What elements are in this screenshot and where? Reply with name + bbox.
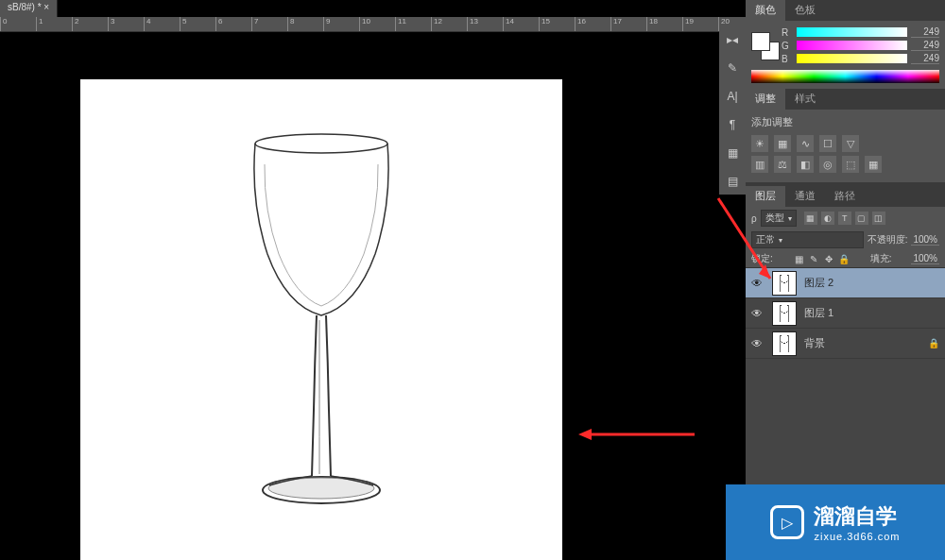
photo-filter-icon[interactable]: ◎	[819, 156, 836, 173]
ruler-tick: 1	[36, 17, 72, 31]
visibility-toggle-icon[interactable]: 👁	[751, 337, 765, 350]
filter-type-icon[interactable]: T	[838, 212, 851, 225]
ruler-tick: 12	[431, 17, 467, 31]
layer-thumbnail[interactable]	[772, 331, 797, 356]
opacity-label: 不透明度:	[868, 233, 908, 246]
tab-channels[interactable]: 通道	[785, 186, 825, 207]
layer-thumbnail[interactable]	[772, 301, 797, 326]
document-canvas[interactable]	[80, 79, 562, 560]
ruler-tick: 18	[646, 17, 682, 31]
ruler-tick: 2	[72, 17, 108, 31]
layer-name[interactable]: 图层 1	[804, 306, 833, 320]
ruler-tick: 5	[180, 17, 215, 31]
opacity-value[interactable]: 100%	[911, 234, 939, 246]
filter-adjust-icon[interactable]: ◐	[821, 212, 834, 225]
fill-value[interactable]: 100%	[911, 253, 939, 264]
svg-point-0	[255, 134, 387, 153]
r-slider[interactable]	[797, 27, 907, 37]
brush-icon[interactable]: ✎	[723, 59, 742, 77]
ruler-tick: 17	[610, 17, 646, 31]
filter-pixel-icon[interactable]: ▦	[804, 212, 817, 225]
adjustments-panel-tabs: 调整 样式	[746, 89, 945, 110]
fill-label: 填充:	[870, 252, 892, 265]
ruler-tick: 9	[323, 17, 359, 31]
color-panel-tabs: 颜色 色板	[746, 0, 945, 21]
levels-icon[interactable]: ▦	[774, 135, 791, 152]
wine-glass-image	[222, 117, 421, 523]
color-lookup-icon[interactable]: ▦	[865, 156, 882, 173]
ruler-tick: 4	[144, 17, 180, 31]
foreground-color-swatch[interactable]	[751, 32, 770, 51]
color-panel: R 249 G 249 B 249	[746, 21, 945, 89]
filter-smart-icon[interactable]: ◫	[872, 212, 885, 225]
visibility-toggle-icon[interactable]: 👁	[751, 307, 765, 320]
hue-sat-icon[interactable]: ▥	[751, 156, 768, 173]
exposure-icon[interactable]: ☐	[819, 135, 836, 152]
tab-swatches[interactable]: 色板	[785, 0, 825, 21]
history-icon[interactable]: ▸◂	[723, 30, 742, 49]
brightness-contrast-icon[interactable]: ☀	[751, 135, 768, 152]
lock-position-icon[interactable]: ✥	[823, 253, 835, 265]
g-label: G	[782, 41, 793, 51]
ruler-tick: 16	[575, 17, 610, 31]
channel-mixer-icon[interactable]: ⬚	[842, 156, 859, 173]
swatches-icon[interactable]: ▦	[723, 144, 742, 162]
g-value[interactable]: 249	[911, 40, 939, 51]
horizontal-ruler: 0 1 2 3 4 5 6 7 8 9 10 11 12 13 14 15 16…	[0, 17, 746, 32]
lock-pixels-icon[interactable]: ✎	[808, 253, 820, 265]
svg-line-3	[718, 198, 770, 279]
ruler-tick: 7	[251, 17, 287, 31]
layer-name[interactable]: 图层 2	[804, 276, 833, 290]
annotation-arrow-2	[576, 425, 699, 444]
document-tab[interactable]: sB/8#) * ×	[0, 0, 58, 17]
document-tab-bar: sB/8#) * ×	[0, 0, 58, 17]
ruler-tick: 6	[215, 17, 251, 31]
watermark-url: zixue.3d66.com	[814, 531, 900, 542]
tab-color[interactable]: 颜色	[746, 0, 785, 21]
collapsed-panel-dock: ▸◂ ✎ A| ¶ ▦ ▤	[719, 26, 746, 195]
tab-adjustments[interactable]: 调整	[746, 89, 785, 110]
ruler-tick: 15	[539, 17, 575, 31]
annotation-arrow-1	[713, 189, 780, 283]
svg-marker-6	[578, 429, 592, 440]
b-label: B	[782, 54, 793, 64]
bw-icon[interactable]: ◧	[797, 156, 814, 173]
svg-marker-4	[759, 264, 770, 279]
ruler-tick: 3	[108, 17, 144, 31]
layer-row[interactable]: 👁 图层 1	[746, 298, 945, 329]
curves-icon[interactable]: ∿	[797, 135, 814, 152]
tab-styles[interactable]: 样式	[785, 89, 825, 110]
ruler-tick: 14	[503, 17, 539, 31]
lock-icon: 🔒	[928, 338, 939, 348]
tab-paths[interactable]: 路径	[825, 186, 865, 207]
canvas-viewport[interactable]	[0, 32, 746, 560]
color-balance-icon[interactable]: ⚖	[774, 156, 791, 173]
ruler-tick: 13	[467, 17, 503, 31]
ruler-tick: 0	[0, 17, 36, 31]
paragraph-icon[interactable]: ¶	[723, 115, 742, 134]
color-spectrum-bar[interactable]	[751, 70, 939, 83]
play-logo-icon: ▷	[770, 505, 804, 539]
adjustments-title: 添加调整	[751, 115, 939, 129]
layer-row[interactable]: 👁 背景 🔒	[746, 329, 945, 359]
foreground-background-swatch[interactable]	[751, 32, 780, 60]
watermark-badge: ▷ 溜溜自学 zixue.3d66.com	[726, 484, 945, 560]
b-value[interactable]: 249	[911, 53, 939, 64]
ruler-tick: 11	[395, 17, 431, 31]
b-slider[interactable]	[797, 54, 907, 63]
ruler-tick: 8	[287, 17, 323, 31]
lock-all-icon[interactable]: 🔒	[838, 253, 850, 265]
character-icon[interactable]: A|	[723, 87, 742, 106]
watermark-title: 溜溜自学	[814, 502, 900, 531]
ruler-tick: 19	[682, 17, 718, 31]
info-icon[interactable]: ▤	[723, 172, 742, 191]
r-value[interactable]: 249	[911, 26, 939, 38]
lock-transparent-icon[interactable]: ▦	[793, 253, 805, 265]
adjustments-panel: 添加调整 ☀ ▦ ∿ ☐ ▽ ▥ ⚖ ◧ ◎ ⬚ ▦	[746, 110, 945, 182]
vibrance-icon[interactable]: ▽	[842, 135, 859, 152]
g-slider[interactable]	[797, 41, 907, 50]
filter-shape-icon[interactable]: ▢	[855, 212, 868, 225]
ruler-tick: 10	[359, 17, 395, 31]
r-label: R	[782, 27, 793, 38]
layer-name[interactable]: 背景	[804, 336, 825, 350]
